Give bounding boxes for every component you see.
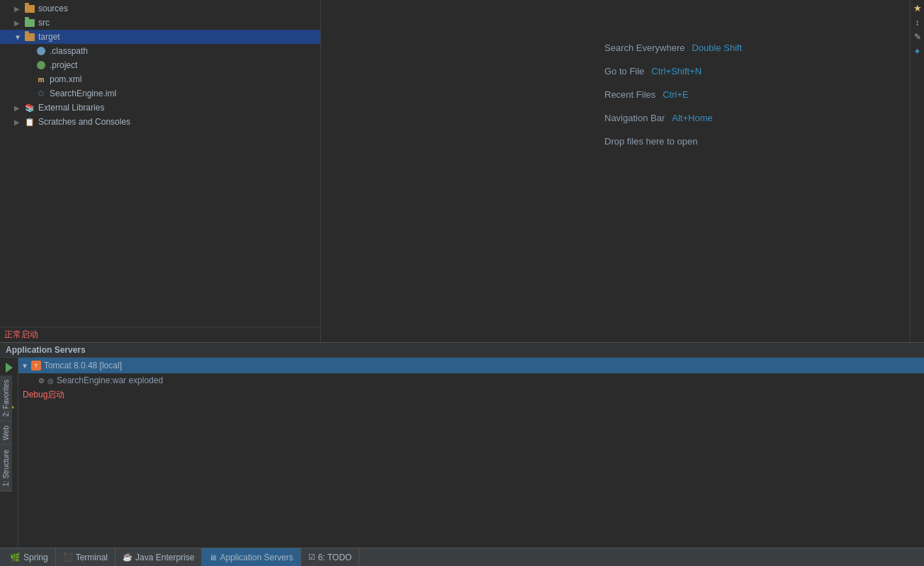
tree-item-classpath[interactable]: ▶ .classpath — [0, 44, 320, 58]
tree-label-project: .project — [50, 60, 77, 70]
expand-arrow-target: ▼ — [14, 33, 23, 41]
tab-application-servers-label: Application Servers — [220, 553, 293, 562]
app-servers-body: ▼ 🐛 ▼ T Tomcat 8.0.48 [local] ⚙ ◎ Search… — [0, 358, 924, 548]
expand-arrow-tomcat: ▼ — [21, 362, 28, 370]
tab-spring[interactable]: 🌿 Spring — [3, 548, 56, 566]
tree-label-pom: pom.xml — [50, 74, 81, 84]
hint-search-everywhere: Search Everywhere Double Shift — [604, 43, 742, 53]
server-icon: 🖥 — [209, 553, 217, 562]
play-button[interactable] — [1, 360, 17, 375]
deploy-icon-gear: ⚙ — [38, 377, 45, 385]
debug-status: Debug启动 — [18, 387, 924, 402]
tree-label-classpath: .classpath — [50, 46, 88, 56]
server-row-tomcat[interactable]: ▼ T Tomcat 8.0.48 [local] — [18, 358, 924, 373]
hint-go-to-file-label: Go to File — [604, 66, 644, 77]
hint-drop-files-text: Drop files here to open — [604, 136, 698, 147]
terminal-icon: ⬛ — [63, 553, 73, 562]
hint-list: Search Everywhere Double Shift Go to Fil… — [321, 43, 742, 147]
tree-item-target[interactable]: ▼ target — [0, 30, 320, 44]
hint-search-everywhere-shortcut: Double Shift — [692, 43, 742, 53]
hint-recent-files-label: Recent Files — [604, 89, 655, 100]
tree-label-target: target — [38, 32, 60, 42]
main-area: ▶ sources ▶ src ▼ — [0, 0, 924, 342]
folder-icon-src — [24, 17, 35, 28]
spring-icon: 🌿 — [10, 553, 21, 562]
expand-arrow-src: ▶ — [14, 19, 23, 27]
side-btn-arrow[interactable]: ↕ — [915, 18, 920, 28]
tree-label-iml: SearchEngine.iml — [50, 89, 116, 98]
scratches-icon: 📋 — [24, 116, 35, 128]
server-name-tomcat: Tomcat 8.0.48 [local] — [44, 361, 122, 370]
project-icon — [35, 60, 47, 71]
app-servers-title: Application Servers — [6, 345, 86, 355]
tree-label-src: src — [38, 18, 50, 28]
hint-navigation-bar-shortcut: Alt+Home — [672, 113, 712, 123]
hint-navigation-bar-label: Navigation Bar — [604, 113, 665, 123]
iml-icon: ⬡ — [35, 88, 47, 99]
tab-web[interactable]: Web — [0, 421, 12, 445]
tree-item-project[interactable]: ▶ .project — [0, 58, 320, 72]
tab-application-servers[interactable]: 🖥 Application Servers — [202, 548, 300, 566]
java-enterprise-icon: ☕ — [123, 553, 133, 562]
side-btn-pencil[interactable]: ✎ — [914, 32, 921, 42]
xml-icon-pom: m — [35, 74, 47, 85]
deploy-icon-circle: ◎ — [47, 377, 54, 385]
tab-structure[interactable]: 1: Structure — [0, 446, 12, 492]
tree-item-sources[interactable]: ▶ sources — [0, 1, 320, 16]
app-servers-header: Application Servers — [0, 343, 924, 358]
side-btn-star[interactable]: ★ — [913, 3, 922, 13]
folder-icon-sources — [24, 3, 35, 14]
extlib-icon: 📚 — [24, 102, 35, 113]
project-panel: ▶ sources ▶ src ▼ — [0, 0, 321, 342]
app-servers-section: Application Servers ▼ 🐛 ▼ — [0, 342, 924, 548]
expand-arrow-scratches: ▶ — [14, 118, 23, 126]
tree-label-scratches: Scratches and Consoles — [38, 117, 130, 127]
hint-recent-files: Recent Files Ctrl+E — [604, 89, 742, 100]
main-window: ▶ sources ▶ src ▼ — [0, 0, 924, 566]
right-vertical-tabs: ★ ↕ ✎ ✦ — [910, 0, 924, 342]
deploy-row-searchengine[interactable]: ⚙ ◎ SearchEngine:war exploded — [18, 373, 924, 387]
hint-go-to-file-shortcut: Ctrl+Shift+N — [651, 66, 702, 77]
tree-item-src[interactable]: ▶ src — [0, 16, 320, 30]
tree-label-sources: sources — [38, 4, 68, 13]
deploy-label: SearchEngine:war exploded — [57, 375, 163, 385]
tab-spring-label: Spring — [23, 553, 48, 562]
tree-item-scratches[interactable]: ▶ 📋 Scratches and Consoles — [0, 115, 320, 129]
tab-java-enterprise[interactable]: ☕ Java Enterprise — [116, 548, 202, 566]
tab-favorites[interactable]: 2: Favorites — [0, 375, 12, 421]
editor-area: Search Everywhere Double Shift Go to Fil… — [321, 0, 910, 342]
status-chinese-top: 正常启动 — [0, 327, 320, 342]
hint-recent-files-shortcut: Ctrl+E — [663, 89, 688, 100]
tab-todo[interactable]: ☑ 6: TODO — [301, 548, 360, 566]
tree-item-pom[interactable]: ▶ m pom.xml — [0, 72, 320, 86]
file-tree: ▶ sources ▶ src ▼ — [0, 0, 320, 327]
tree-item-extlibs[interactable]: ▶ 📚 External Libraries — [0, 101, 320, 115]
hint-drop-files: Drop files here to open — [604, 136, 742, 147]
folder-icon-target — [24, 31, 35, 43]
bottom-status-bar: 🌿 Spring ⬛ Terminal ☕ Java Enterprise 🖥 … — [0, 548, 924, 566]
tab-terminal-label: Terminal — [76, 553, 108, 562]
tomcat-icon: T — [31, 361, 41, 370]
play-icon — [6, 363, 13, 373]
expand-arrow-sources: ▶ — [14, 5, 23, 13]
classpath-icon — [35, 45, 47, 57]
tab-terminal[interactable]: ⬛ Terminal — [56, 548, 116, 566]
todo-icon: ☑ — [308, 553, 315, 562]
tab-todo-label: 6: TODO — [318, 553, 352, 562]
hint-search-everywhere-label: Search Everywhere — [604, 43, 684, 53]
expand-arrow-extlibs: ▶ — [14, 104, 23, 112]
tree-label-extlibs: External Libraries — [38, 103, 104, 113]
hint-go-to-file: Go to File Ctrl+Shift+N — [604, 66, 742, 77]
app-servers-list: ▼ T Tomcat 8.0.48 [local] ⚙ ◎ SearchEngi… — [18, 358, 924, 548]
tab-java-enterprise-label: Java Enterprise — [135, 553, 194, 562]
left-side-labels: 2: Favorites Web 1: Structure — [0, 375, 12, 491]
tree-item-iml[interactable]: ▶ ⬡ SearchEngine.iml — [0, 86, 320, 101]
hint-navigation-bar: Navigation Bar Alt+Home — [604, 113, 742, 123]
side-btn-asterisk[interactable]: ✦ — [913, 46, 921, 57]
